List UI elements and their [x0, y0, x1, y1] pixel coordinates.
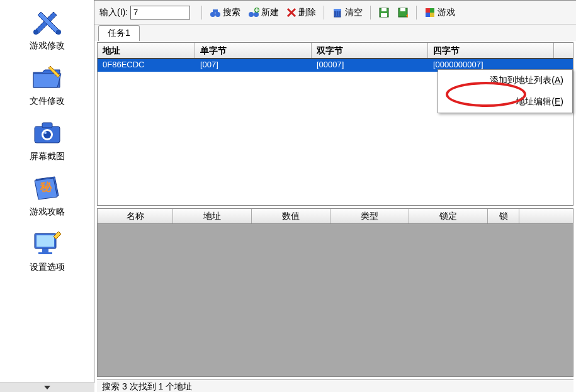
- col-name[interactable]: 名称: [98, 209, 173, 223]
- monitor-wrench-icon: [27, 227, 67, 259]
- svg-text:秘: 秘: [40, 181, 52, 193]
- main-area: 输入(I): 搜索 新建 删除 清空: [94, 0, 576, 392]
- game-label: 游戏: [438, 7, 455, 18]
- book-icon: 秘: [27, 171, 67, 204]
- sidebar-item-label: 设置选项: [30, 262, 65, 273]
- separator: [370, 6, 371, 20]
- col-lock2[interactable]: 锁: [488, 209, 519, 223]
- svg-rect-3: [42, 123, 52, 128]
- col-addr[interactable]: 地址: [173, 209, 252, 223]
- save-disk-arrow-icon: [397, 7, 409, 18]
- context-edit-address[interactable]: 地址编辑(E): [438, 91, 572, 113]
- x-delete-icon: [286, 8, 296, 18]
- svg-point-17: [254, 12, 259, 17]
- search-label: 搜索: [223, 7, 240, 18]
- binoculars-plus-icon: [248, 7, 259, 18]
- svg-rect-11: [38, 252, 52, 254]
- svg-point-13: [210, 12, 215, 17]
- col-value[interactable]: 数值: [252, 209, 330, 223]
- game-button[interactable]: 游戏: [422, 6, 458, 20]
- search-input[interactable]: [130, 6, 190, 20]
- sidebar-item-label: 文件修改: [30, 96, 65, 107]
- svg-rect-10: [42, 249, 48, 252]
- sidebar-item-label: 屏幕截图: [30, 151, 65, 162]
- svg-rect-22: [381, 8, 387, 11]
- delete-button[interactable]: 删除: [284, 6, 319, 20]
- separator: [416, 6, 417, 20]
- clear-button[interactable]: 清空: [329, 6, 365, 20]
- svg-rect-9: [37, 235, 54, 247]
- svg-rect-23: [381, 13, 387, 17]
- status-bar: 搜索 3 次找到 1 个地址: [97, 379, 573, 392]
- crossed-swords-icon: [27, 5, 67, 38]
- sidebar-item-settings[interactable]: 设置选项: [27, 227, 67, 273]
- sidebar-item-label: 游戏修改: [30, 40, 65, 52]
- separator: [324, 6, 324, 20]
- col-address[interactable]: 地址: [98, 43, 195, 58]
- save-button-2[interactable]: [395, 6, 411, 20]
- svg-point-1: [56, 30, 61, 35]
- svg-rect-25: [400, 8, 405, 11]
- svg-point-0: [33, 30, 38, 35]
- sidebar-item-game-edit[interactable]: 游戏修改: [27, 5, 67, 52]
- cell-address: 0F86ECDC: [98, 59, 195, 72]
- sidebar-dropdown[interactable]: [0, 383, 94, 392]
- svg-rect-29: [430, 13, 434, 17]
- chevron-down-icon: [44, 386, 50, 389]
- trash-icon: [332, 7, 343, 18]
- save-disk-icon: [378, 7, 390, 18]
- cell-byte2: [00007]: [312, 59, 428, 72]
- svg-point-14: [215, 12, 220, 17]
- camera-icon: [27, 116, 67, 148]
- results-panel: 地址 单字节 双字节 四字节 0F86ECDC [007] [00007] [0…: [97, 42, 573, 206]
- toolbar: 输入(I): 搜索 新建 删除 清空: [94, 1, 576, 25]
- sidebar-item-screenshot[interactable]: 屏幕截图: [27, 116, 67, 162]
- tab-task1[interactable]: 任务1: [98, 25, 140, 41]
- sidebar-item-label: 游戏攻略: [30, 206, 65, 218]
- input-label: 输入(I):: [99, 7, 128, 18]
- binoculars-icon: [210, 7, 221, 18]
- sidebar-item-file-edit[interactable]: 文件修改: [27, 60, 67, 107]
- col-byte2[interactable]: 双字节: [312, 43, 428, 58]
- address-list-panel: 名称 地址 数值 类型 锁定 锁: [97, 208, 573, 377]
- delete-label: 删除: [298, 7, 316, 18]
- svg-rect-28: [426, 13, 430, 17]
- new-button[interactable]: 新建: [246, 6, 281, 20]
- svg-rect-20: [334, 9, 341, 11]
- col-type[interactable]: 类型: [330, 209, 409, 223]
- svg-rect-26: [426, 8, 430, 13]
- context-menu: 添加到地址列表(A) 地址编辑(E): [438, 69, 573, 113]
- search-button[interactable]: 搜索: [207, 6, 243, 20]
- folder-pencil-icon: [27, 60, 67, 93]
- svg-rect-15: [213, 9, 218, 13]
- results-header: 地址 单字节 双字节 四字节: [98, 43, 573, 59]
- tab-bar: 任务1: [94, 25, 576, 41]
- save-button-1[interactable]: [376, 6, 392, 20]
- new-label: 新建: [261, 7, 279, 18]
- colorful-window-icon: [424, 7, 436, 18]
- svg-rect-27: [430, 8, 434, 13]
- clear-label: 清空: [345, 7, 363, 18]
- lower-header: 名称 地址 数值 类型 锁定 锁: [98, 209, 573, 224]
- svg-marker-12: [44, 386, 50, 389]
- svg-point-16: [249, 12, 254, 17]
- sidebar-item-game-guide[interactable]: 秘 游戏攻略: [27, 171, 67, 218]
- col-lock[interactable]: 锁定: [409, 209, 488, 223]
- col-byte1[interactable]: 单字节: [195, 43, 312, 58]
- cell-byte1: [007]: [195, 59, 312, 72]
- svg-point-6: [44, 132, 47, 134]
- separator: [201, 6, 202, 20]
- context-add-to-list[interactable]: 添加到地址列表(A): [438, 70, 572, 91]
- sidebar: 游戏修改 文件修改 屏幕截图 秘 游戏攻略 设置选项: [0, 0, 94, 392]
- col-byte4[interactable]: 四字节: [428, 43, 554, 58]
